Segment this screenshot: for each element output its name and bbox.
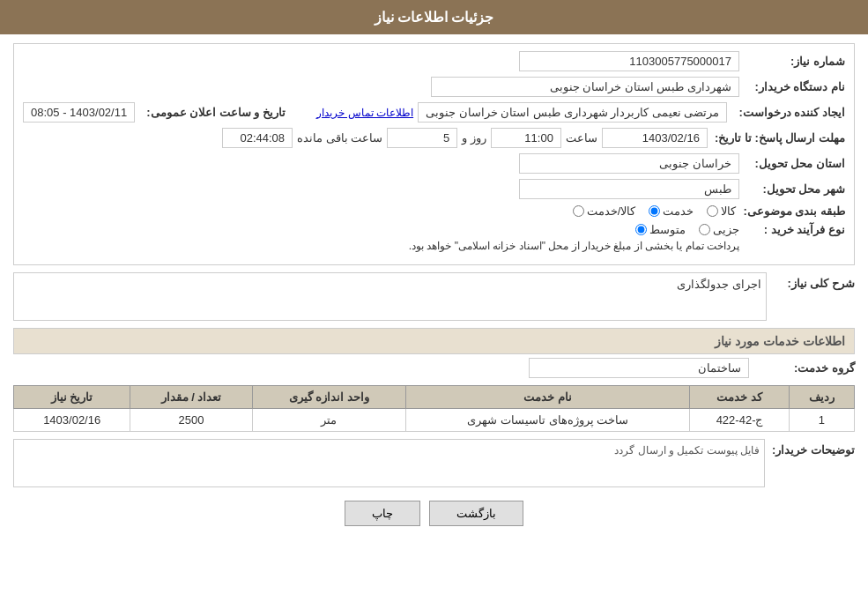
shomare-niaz-value: 1103005775000017 [519, 51, 739, 71]
content-area: شماره نیاز: 1103005775000017 نام دستگاه … [0, 34, 868, 548]
radio-khedmat-label: خدمت [663, 204, 694, 218]
namdastgah-row: نام دستگاه خریدار: شهرداری طبس استان خرا… [23, 77, 845, 97]
khadamat-section-title: اطلاعات خدمات مورد نیاز [13, 328, 855, 354]
group-khedmat-row: گروه خدمت: ساختمان [13, 358, 855, 378]
sharh-koli-label: شرح کلی نیاز: [767, 272, 855, 290]
radio-jozyi-item[interactable]: جزیی [699, 223, 739, 236]
noe-farayand-radio-group: جزیی متوسط [23, 223, 739, 236]
noe-farayand-row: نوع فرآیند خرید : جزیی متوسط پرداخت تمام… [23, 223, 845, 252]
ejad-row: ایجاد کننده درخواست: مرتضی نعیمی کاربردا… [23, 102, 845, 123]
shahr-tahvil-row: شهر محل تحویل: طبس [23, 179, 845, 199]
radio-kala-label: کالا [721, 204, 736, 218]
tosif-kharidar-box: فایل پیوست تکمیل و ارسال گردد [13, 439, 765, 487]
mohlat-baqi: 02:44:08 [222, 128, 293, 148]
sharh-koli-row: شرح کلی نیاز: اجرای جدولگذاری [13, 272, 855, 321]
radio-kala-khedmat-label: کالا/خدمت [587, 204, 636, 218]
sharh-koli-value: اجرای جدولگذاری [677, 278, 761, 291]
cell-vahed: متر [252, 409, 405, 432]
cell-radif: 1 [789, 409, 854, 432]
shahr-tahvil-label: شهر محل تحویل: [739, 182, 845, 196]
cell-tedad: 2500 [130, 409, 252, 432]
radio-motevasset-item[interactable]: متوسط [635, 223, 686, 236]
mohlat-date: 1403/02/16 [602, 128, 708, 148]
tosif-kharidar-row: توضیحات خریدار: فایل پیوست تکمیل و ارسال… [13, 439, 855, 487]
btn-bazgasht[interactable]: بازگشت [429, 501, 523, 526]
page-container: جزئیات اطلاعات نیاز شماره نیاز: 11030057… [0, 0, 868, 609]
main-info-section: شماره نیاز: 1103005775000017 نام دستگاه … [13, 43, 855, 265]
shomare-niaz-label: شماره نیاز: [739, 55, 845, 68]
btn-chap[interactable]: چاپ [345, 501, 420, 526]
farayand-note: پرداخت تمام یا بخشی از مبلغ خریدار از مح… [23, 240, 739, 252]
col-tedad: تعداد / مقدار [130, 386, 252, 409]
ejad-label: ایجاد کننده درخواست: [731, 106, 845, 119]
radio-khedmat-item[interactable]: خدمت [649, 204, 694, 218]
radio-kala-khedmat-item[interactable]: کالا/خدمت [573, 204, 636, 218]
mohlat-rooz: 5 [387, 128, 457, 148]
services-table-section: ردیف کد خدمت نام خدمت واحد اندازه گیری ت… [13, 385, 855, 432]
group-khedmat-value: ساختمان [529, 358, 749, 378]
col-vahed: واحد اندازه گیری [252, 386, 405, 409]
radio-jozyi-input[interactable] [699, 224, 710, 235]
sharh-koli-box: اجرای جدولگذاری [13, 272, 767, 321]
ostan-tahvil-value: خراسان جنوبی [519, 153, 739, 174]
mohlat-rooz-label: روز و [457, 131, 491, 145]
cell-tarixNiaz: 1403/02/16 [14, 409, 130, 432]
namdastgah-value: شهرداری طبس استان خراسان جنوبی [431, 77, 739, 97]
tosif-kharidar-value: فایل پیوست تکمیل و ارسال گردد [614, 444, 760, 457]
ostan-tahvil-label: استان محل تحویل: [739, 157, 845, 170]
shomare-niaz-row: شماره نیاز: 1103005775000017 [23, 51, 845, 71]
mohlat-baqi-label: ساعت باقی مانده [293, 131, 387, 145]
col-kod: کد خدمت [690, 386, 790, 409]
col-nam: نام خدمت [406, 386, 690, 409]
cell-kodKhedmat: ج-42-422 [690, 409, 790, 432]
radio-kala-khedmat-input[interactable] [573, 205, 584, 217]
radio-jozyi-label: جزیی [713, 223, 739, 236]
buttons-row: بازگشت چاپ [13, 501, 855, 539]
col-tarix: تاریخ نیاز [14, 386, 130, 409]
noe-farayand-label: نوع فرآیند خرید : [739, 223, 845, 236]
tabaqe-bandi-radio-group: کالا خدمت کالا/خدمت [573, 204, 737, 218]
radio-motevasset-input[interactable] [635, 224, 647, 235]
namdastgah-label: نام دستگاه خریدار: [739, 80, 845, 93]
ejad-value: مرتضی نعیمی کاربردار شهرداری طبس استان خ… [418, 102, 727, 123]
group-khedmat-label: گروه خدمت: [749, 361, 855, 375]
page-title: جزئیات اطلاعات نیاز [375, 10, 494, 25]
ostan-tahvil-row: استان محل تحویل: خراسان جنوبی [23, 153, 845, 174]
radio-kala-item[interactable]: کالا [707, 204, 736, 218]
tabaqe-bandi-label: طبقه بندی موضوعی: [736, 204, 845, 218]
col-radif: ردیف [789, 386, 854, 409]
tosif-kharidar-label: توضیحات خریدار: [765, 439, 855, 457]
tarix-aelan-value: 1403/02/11 - 08:05 [23, 102, 135, 123]
mohlat-saat-label: ساعت [561, 131, 602, 145]
radio-khedmat-input[interactable] [649, 205, 660, 217]
services-table: ردیف کد خدمت نام خدمت واحد اندازه گیری ت… [13, 385, 855, 432]
radio-kala-input[interactable] [707, 205, 718, 217]
mohlat-row: مهلت ارسال پاسخ: تا تاریخ: 1403/02/16 سا… [23, 128, 845, 148]
cell-namKhedmat: ساخت پروژه‌های تاسیسات شهری [406, 409, 690, 432]
tabaqe-bandi-row: طبقه بندی موضوعی: کالا خدمت کالا/خدمت [23, 204, 845, 218]
ejad-contact-link[interactable]: اطلاعات تماس خریدار [316, 107, 413, 119]
mohlat-label: مهلت ارسال پاسخ: تا تاریخ: [708, 131, 845, 145]
tarix-aelan-label: تاریخ و ساعت اعلان عمومی: [139, 106, 286, 119]
table-row: 1ج-42-422ساخت پروژه‌های تاسیسات شهریمتر2… [14, 409, 855, 432]
page-header: جزئیات اطلاعات نیاز [0, 0, 868, 34]
shahr-tahvil-value: طبس [519, 179, 739, 199]
radio-motevasset-label: متوسط [649, 223, 686, 236]
mohlat-saat: 11:00 [491, 128, 561, 148]
